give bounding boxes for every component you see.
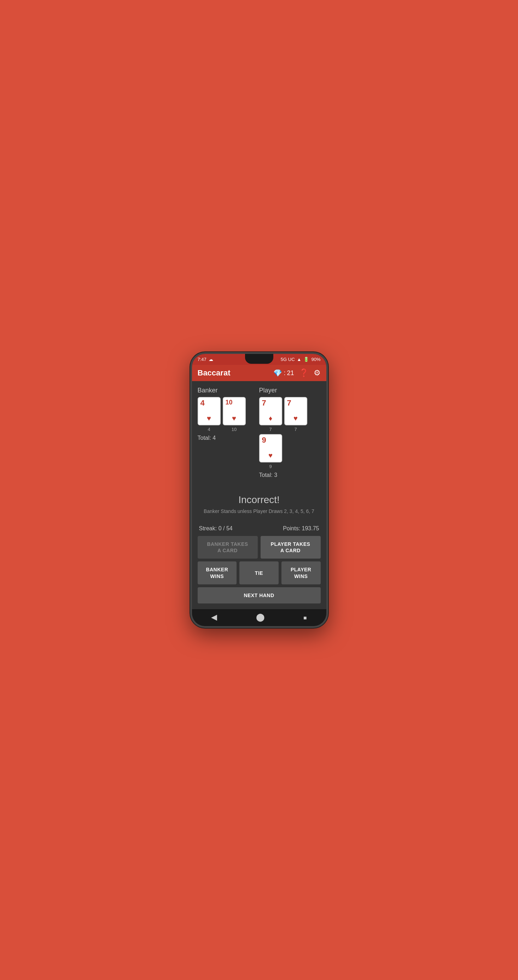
points-label: Points: [283,525,300,531]
points-display: Points: 193.75 [283,525,319,532]
main-content: Banker 4 ♥ 4 10 ♥ 10 [192,381,326,609]
settings-icon: ⚙ [314,368,321,377]
player-total: Total: 3 [259,472,321,478]
banker-card-2-suit: ♥ [232,414,236,423]
banker-hand: Banker 4 ♥ 4 10 ♥ 10 [198,387,259,478]
banker-card-2-value: 10 [226,399,233,406]
battery-level: 90% [311,357,320,362]
colon-separator: : [284,369,285,377]
player-card-2-num: 7 [294,427,296,432]
app-bar: Baccarat 💎 : 21 ❓ ⚙ [192,365,326,381]
player-wins-button[interactable]: PLAYERWINS [281,562,321,584]
streak-value: 0 / 54 [218,525,233,531]
player-card-1-col: 7 ♦ 7 [259,397,282,432]
banker-total-value: 4 [212,435,216,441]
status-right: 5G UC ▲ 🔋 90% [281,357,321,362]
settings-button[interactable]: ⚙ [314,369,321,377]
player-card-2-col: 7 ♥ 7 [284,397,307,432]
player-card-1: 7 ♦ [259,397,282,425]
banker-card-2-col: 10 ♥ 10 [223,397,246,432]
network-label: 5G UC [281,357,295,362]
help-icon: ❓ [299,368,309,377]
banker-total: Total: 4 [198,435,259,441]
player-card-2-suit: ♥ [293,414,298,423]
next-hand-button[interactable]: NEXT HAND [198,587,321,603]
outcome-row: BANKERWINS TIE PLAYERWINS [198,562,321,584]
home-circle-icon: ⬤ [256,612,265,622]
signal-icon: ▲ [297,357,301,362]
player-card-3-suit: ♥ [268,452,273,460]
help-button[interactable]: ❓ [299,369,309,377]
banker-cards: 4 ♥ 4 10 ♥ 10 [198,397,259,432]
banker-card-2-num: 10 [232,427,237,432]
recent-square-icon: ■ [303,615,307,621]
app-bar-right: 💎 : 21 ❓ ⚙ [273,369,320,377]
nav-bar: ◀ ⬤ ■ [192,609,326,626]
player-takes-card-button[interactable]: PLAYER TAKESA CARD [261,536,321,558]
player-card-1-num: 7 [269,427,271,432]
points-value: 193.75 [302,525,319,531]
status-left: 7:47 ☁ [198,357,213,362]
banker-wins-button[interactable]: BANKERWINS [198,562,237,584]
player-label: Player [259,387,321,394]
player-cards: 7 ♦ 7 7 ♥ 7 9 [259,397,321,469]
banker-card-1-suit: ♥ [207,414,211,423]
home-nav-button[interactable]: ⬤ [256,612,265,622]
banker-card-1: 4 ♥ [198,397,221,425]
next-hand-row: NEXT HAND [198,587,321,603]
banker-card-1-col: 4 ♥ 4 [198,397,221,432]
player-card-1-value: 7 [262,399,266,407]
result-area: Incorrect! Banker Stands unless Player D… [198,482,321,525]
notch [245,354,273,364]
back-nav-button[interactable]: ◀ [211,612,217,622]
player-card-3: 9 ♥ [259,434,282,463]
player-total-value: 3 [274,472,277,478]
gem-score-display: 💎 : 21 [273,369,294,377]
gem-icon: 💎 [273,369,282,377]
cloud-icon: ☁ [209,357,213,362]
player-card-2: 7 ♥ [284,397,307,425]
banker-card-2: 10 ♥ [223,397,246,425]
recent-nav-button[interactable]: ■ [303,612,307,622]
result-subtitle: Banker Stands unless Player Draws 2, 3, … [204,508,314,514]
streak-display: Streak: 0 / 54 [199,525,233,532]
player-card-2-value: 7 [287,399,292,407]
streak-label: Streak: [199,525,217,531]
phone-frame: 7:47 ☁ 5G UC ▲ 🔋 90% Baccarat 💎 : 21 ❓ ⚙ [190,352,328,628]
banker-label: Banker [198,387,259,394]
takes-card-row: BANKER TAKESA CARD PLAYER TAKESA CARD [198,536,321,558]
stats-row: Streak: 0 / 54 Points: 193.75 [198,525,321,532]
player-hand: Player 7 ♦ 7 7 ♥ 7 [259,387,321,478]
tie-button[interactable]: TIE [239,562,279,584]
time-display: 7:47 [198,357,207,362]
player-card-3-num: 9 [269,464,271,469]
banker-card-1-num: 4 [207,427,210,432]
player-card-3-value: 9 [262,436,266,444]
banker-card-1-value: 4 [201,399,205,407]
banker-takes-card-button[interactable]: BANKER TAKESA CARD [198,536,258,558]
result-title: Incorrect! [238,494,280,506]
player-card-3-col: 9 ♥ 9 [259,434,282,469]
app-title: Baccarat [198,368,231,377]
hands-row: Banker 4 ♥ 4 10 ♥ 10 [198,387,321,478]
buttons-area: BANKER TAKESA CARD PLAYER TAKESA CARD BA… [198,536,321,603]
gem-value: 21 [287,369,294,377]
player-card-1-suit: ♦ [269,414,272,423]
battery-icon: 🔋 [303,357,309,362]
banker-total-label: Total: [198,435,211,441]
player-total-label: Total: [259,472,273,478]
